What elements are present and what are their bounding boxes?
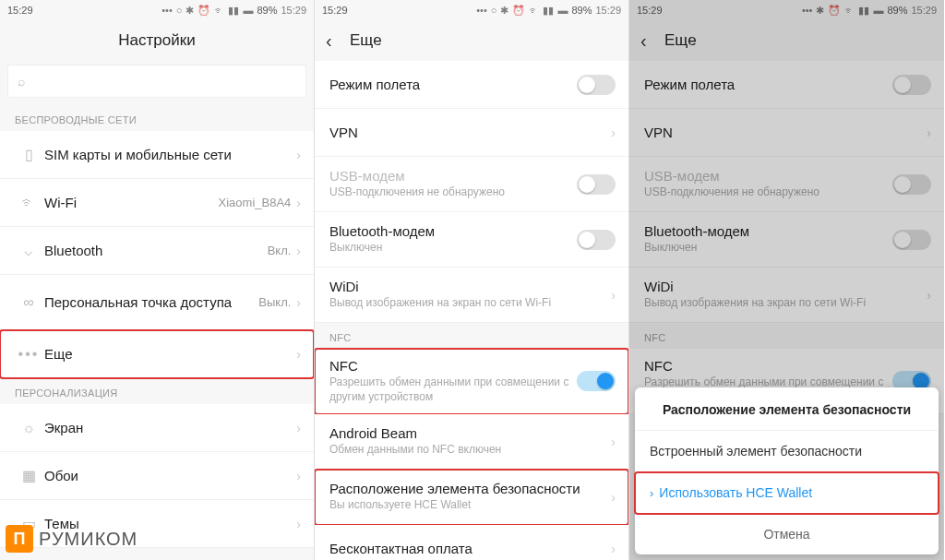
wifi-icon: ᯤ [21,195,36,211]
header: ‹ Еще [315,20,628,61]
section-wireless: БЕСПРОВОДНЫЕ СЕТИ [0,105,314,131]
chevron-right-icon: › [296,148,301,162]
status-time: 15:29 [322,5,348,16]
sheet-option-hce-wallet[interactable]: › Использовать HCE Wallet [635,472,939,514]
phone-3-dialog: 15:29 •••✱⏰ᯤ▮▮ ▬89% 15:29 ‹ Еще Режим по… [629,0,944,560]
row-android-beam[interactable]: Android Beam Обмен данными по NFC включе… [315,414,628,470]
row-contactless-payment[interactable]: Бесконтактная оплата › [315,525,628,560]
chevron-right-icon: › [611,490,616,505]
status-icons: •••○✱⏰ᯤ▮▮ ▬89% 15:29 [476,5,621,17]
row-bt-modem[interactable]: Bluetooth-модем Выключен [315,212,628,268]
hotspot-icon: ∞ [23,294,33,311]
bluetooth-value: Вкл. [268,244,292,257]
row-more[interactable]: ••• Еще › [0,330,314,378]
status-time: 15:29 [7,5,33,16]
row-security-element-location[interactable]: Расположение элемента безопасности Вы ис… [315,470,628,525]
more-icon: ••• [18,346,40,363]
row-screen[interactable]: ☼ Экран › [0,404,314,452]
sheet-cancel-button[interactable]: Отмена [635,514,939,554]
chevron-right-icon: › [296,421,301,435]
hotspot-value: Выкл. [258,295,291,309]
watermark-text: РУМИКОМ [39,529,138,550]
chevron-right-icon: › [650,486,653,500]
row-nfc[interactable]: NFC Разрешить обмен данными при совмещен… [315,349,628,414]
search-input[interactable]: ⌕ [7,65,306,98]
airplane-toggle[interactable] [577,75,616,95]
chevron-right-icon: › [611,435,616,449]
row-hotspot[interactable]: ∞ Персональная точка доступа Выкл. › [0,275,314,330]
phone-2-more: 15:29 •••○✱⏰ᯤ▮▮ ▬89% 15:29 ‹ Еще Режим п… [315,0,629,560]
chevron-right-icon: › [296,469,301,483]
status-bar: 15:29 •••○✱⏰ᯤ▮▮ ▬89% 15:29 [315,0,628,20]
row-vpn[interactable]: VPN › [315,109,628,157]
row-wifi[interactable]: ᯤ Wi-Fi Xiaomi_B8A4 › [0,179,314,227]
phone-1-settings: 15:29 •••○✱⏰ᯤ▮▮ ▬89% 15:29 Настройки ⌕ Б… [0,0,315,560]
row-sim[interactable]: ▯ SIM карты и мобильные сети › [0,131,314,179]
sun-icon: ☼ [22,420,36,436]
wifi-value: Xiaomi_B8A4 [219,196,292,209]
logo-icon: П [6,525,33,553]
usb-toggle [577,174,616,195]
section-nfc: NFC [315,323,628,349]
status-icons: •••○✱⏰ᯤ▮▮ ▬89% 15:29 [161,5,306,17]
row-wallpaper[interactable]: ▦ Обои › [0,452,314,500]
chevron-right-icon: › [296,196,301,210]
page-title: Еще [350,31,382,50]
sheet-option-builtin[interactable]: Встроенный элемент безопасности [635,431,939,472]
status-bar: 15:29 •••○✱⏰ᯤ▮▮ ▬89% 15:29 [0,0,314,20]
row-usb-modem: USB-модем USB-подключения не обнаружено [315,157,628,212]
section-personalization: ПЕРСОНАЛИЗАЦИЯ [0,378,314,404]
chevron-right-icon: › [611,125,616,140]
row-widi[interactable]: WiDi Вывод изображения на экран по сети … [315,268,628,323]
chevron-right-icon: › [611,542,616,556]
action-sheet: Расположение элемента безопасности Встро… [635,387,939,554]
btmodem-toggle[interactable] [577,230,616,250]
nfc-toggle[interactable] [577,371,616,391]
chevron-right-icon: › [296,244,301,258]
back-button[interactable]: ‹ [326,30,350,52]
image-icon: ▦ [22,467,36,484]
row-airplane[interactable]: Режим полета [315,61,628,109]
watermark: П РУМИКОМ [6,525,138,553]
chevron-right-icon: › [611,288,616,303]
chevron-right-icon: › [296,295,301,310]
page-title: Настройки [118,31,195,50]
sheet-title: Расположение элемента безопасности [635,387,939,431]
chevron-right-icon: › [296,517,301,531]
sim-icon: ▯ [25,146,33,163]
search-icon: ⌕ [18,74,25,89]
chevron-right-icon: › [296,347,301,362]
header: Настройки [0,20,314,61]
row-bluetooth[interactable]: ⌵ Bluetooth Вкл. › [0,227,314,275]
bluetooth-icon: ⌵ [24,242,33,259]
